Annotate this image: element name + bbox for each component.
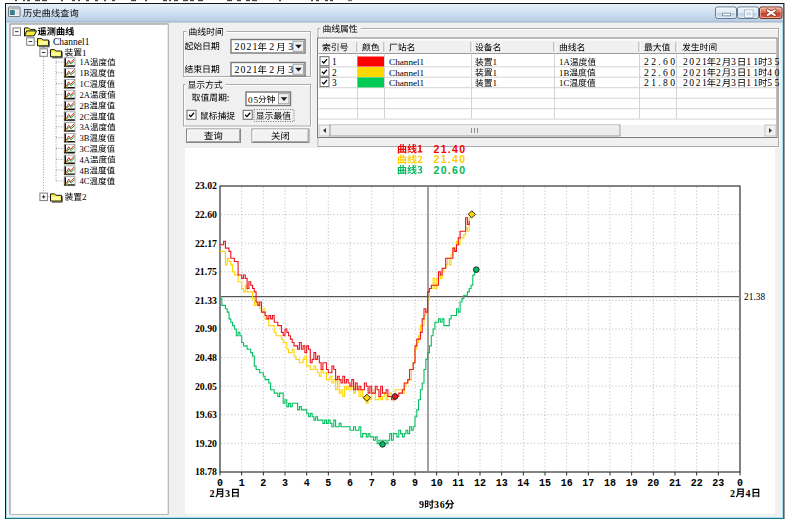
svg-text:Channel1: Channel1 (53, 37, 90, 47)
svg-text:21.38: 21.38 (744, 292, 765, 302)
svg-text:2: 2 (716, 56, 721, 67)
svg-text:22.60: 22.60 (644, 67, 675, 78)
svg-text:36: 36 (434, 499, 445, 510)
svg-text:3A: 3A (80, 122, 91, 132)
svg-text:21.75: 21.75 (195, 266, 217, 277)
svg-text:23: 23 (712, 478, 724, 489)
svg-text:2: 2 (332, 68, 337, 78)
svg-text:2: 2 (260, 478, 266, 489)
svg-text:1C: 1C (80, 79, 90, 89)
svg-text:18.78: 18.78 (195, 466, 217, 477)
svg-text:0: 0 (737, 478, 743, 489)
svg-text:1C: 1C (559, 78, 569, 88)
svg-text:2021: 2021 (683, 77, 707, 88)
svg-text:9: 9 (419, 499, 424, 510)
svg-text:11: 11 (452, 478, 464, 489)
svg-text:Channel1: Channel1 (389, 68, 425, 78)
svg-text:1A: 1A (559, 57, 570, 67)
svg-text:Channel1: Channel1 (389, 78, 425, 88)
svg-text:6: 6 (347, 478, 353, 489)
svg-text:4: 4 (745, 488, 750, 499)
svg-text:2A: 2A (80, 90, 91, 100)
svg-text:3C: 3C (80, 144, 90, 154)
svg-text:1: 1 (493, 78, 498, 88)
svg-text:17: 17 (582, 478, 594, 489)
svg-text:10: 10 (431, 478, 443, 489)
svg-text:3: 3 (332, 78, 337, 88)
svg-text:2: 2 (82, 192, 87, 202)
svg-text:1B: 1B (559, 68, 569, 78)
svg-text:9: 9 (412, 478, 418, 489)
svg-text:21.80: 21.80 (644, 77, 675, 88)
svg-text:3: 3 (225, 488, 230, 499)
svg-text:1: 1 (82, 48, 87, 58)
svg-text:1A: 1A (80, 57, 91, 67)
svg-text:2: 2 (730, 488, 735, 499)
svg-text:20.60: 20.60 (434, 164, 466, 176)
svg-text:2: 2 (716, 77, 721, 88)
svg-text:2: 2 (269, 41, 274, 52)
svg-text:2: 2 (716, 67, 721, 78)
svg-text:3: 3 (731, 56, 736, 67)
svg-text:4C: 4C (80, 176, 90, 186)
svg-text:2021: 2021 (683, 56, 707, 67)
svg-text:12: 12 (474, 478, 486, 489)
svg-text:4A: 4A (80, 155, 91, 165)
svg-text:1B: 1B (80, 68, 90, 78)
svg-text:20: 20 (647, 478, 659, 489)
svg-text:22.60: 22.60 (195, 209, 217, 220)
svg-text:18: 18 (604, 478, 616, 489)
svg-text:16: 16 (561, 478, 573, 489)
svg-text:2021: 2021 (235, 64, 258, 75)
svg-text:2: 2 (210, 488, 215, 499)
svg-text:3: 3 (288, 41, 293, 52)
svg-text:13: 13 (496, 478, 508, 489)
svg-text:05: 05 (248, 95, 258, 105)
svg-text:19.63: 19.63 (195, 409, 217, 420)
svg-text:3: 3 (731, 77, 736, 88)
svg-text:0: 0 (217, 478, 223, 489)
svg-text:20.05: 20.05 (195, 381, 217, 392)
svg-text:3: 3 (282, 478, 288, 489)
svg-text:3: 3 (731, 67, 736, 78)
svg-text:20.90: 20.90 (195, 323, 217, 334)
svg-text:20.48: 20.48 (195, 352, 217, 363)
svg-text:22: 22 (691, 478, 703, 489)
svg-text:Channel1: Channel1 (389, 57, 425, 67)
svg-text:1: 1 (239, 478, 245, 489)
svg-text:1: 1 (332, 57, 337, 67)
svg-text:22.17: 22.17 (195, 238, 217, 249)
svg-text:14: 14 (517, 478, 529, 489)
svg-text:3B: 3B (80, 133, 90, 143)
svg-text:1: 1 (493, 57, 498, 67)
svg-text:21.33: 21.33 (195, 295, 217, 306)
svg-text:19: 19 (626, 478, 638, 489)
svg-text:23.02: 23.02 (195, 180, 217, 191)
svg-text:22.60: 22.60 (644, 56, 675, 67)
svg-text:15: 15 (539, 478, 551, 489)
svg-text:7: 7 (369, 478, 375, 489)
svg-text:2: 2 (269, 64, 274, 75)
svg-text:2B: 2B (80, 101, 90, 111)
svg-text:19.20: 19.20 (195, 438, 217, 449)
svg-text:2C: 2C (80, 112, 90, 122)
svg-text:1: 1 (493, 68, 498, 78)
svg-text:21: 21 (669, 478, 681, 489)
svg-text:2021: 2021 (683, 67, 707, 78)
svg-text:4B: 4B (80, 166, 90, 176)
svg-text:3: 3 (288, 64, 293, 75)
svg-text:4: 4 (304, 478, 310, 489)
svg-text:2021: 2021 (235, 41, 258, 52)
svg-text:5: 5 (325, 478, 331, 489)
svg-text:8: 8 (390, 478, 396, 489)
